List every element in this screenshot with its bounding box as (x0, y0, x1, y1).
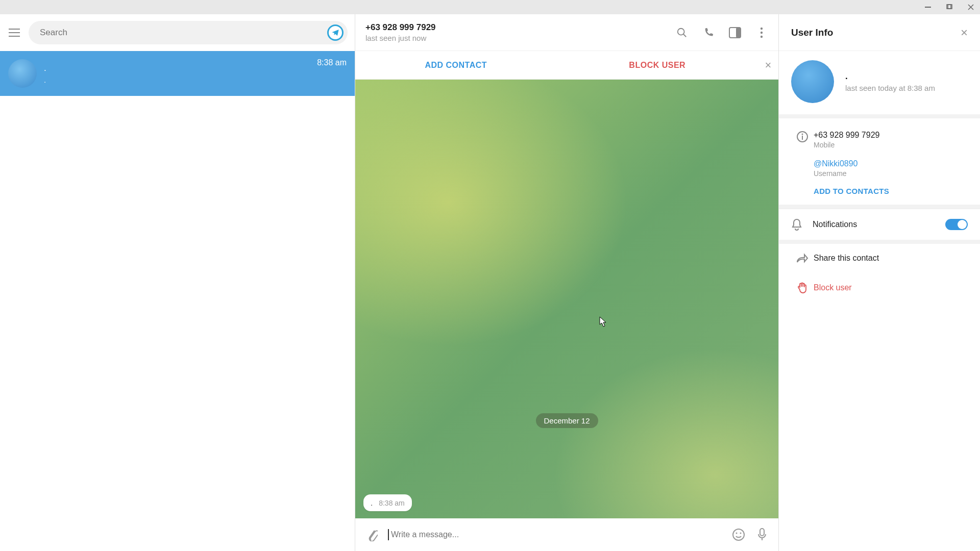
emoji-icon[interactable] (731, 528, 746, 542)
info-username-row[interactable]: @Nikki0890 Username (791, 154, 968, 183)
text-caret (388, 529, 389, 540)
svg-rect-12 (760, 529, 764, 536)
window-minimize-icon[interactable] (922, 1, 934, 13)
block-user-row[interactable]: Block user (779, 272, 980, 303)
svg-point-6 (761, 27, 763, 29)
phone-label: Mobile (814, 141, 968, 149)
chat-subtitle: last seen just now (365, 34, 675, 42)
svg-rect-0 (925, 7, 931, 8)
panel-close-icon[interactable]: × (961, 26, 968, 40)
add-contact-button[interactable]: ADD CONTACT (355, 61, 557, 70)
message-input[interactable] (391, 530, 722, 539)
share-contact-button[interactable]: Share this contact (779, 244, 980, 272)
more-icon[interactable] (755, 26, 768, 39)
svg-rect-5 (736, 28, 741, 38)
date-separator: December 12 (535, 413, 598, 428)
svg-point-7 (761, 31, 763, 33)
search-field[interactable] (29, 21, 348, 44)
telegram-logo-icon (327, 24, 344, 41)
username-label: Username (814, 169, 968, 178)
chat-item-time: 8:38 am (317, 58, 347, 67)
info-phone-row[interactable]: +63 928 999 7929 Mobile (791, 126, 968, 154)
phone-value: +63 928 999 7929 (814, 131, 968, 140)
notifications-row[interactable]: Notifications (779, 209, 980, 244)
share-label: Share this contact (814, 254, 879, 263)
add-to-contacts-button[interactable]: ADD TO CONTACTS (814, 187, 968, 195)
svg-rect-1 (947, 5, 951, 9)
username-value: @Nikki0890 (814, 159, 968, 168)
compose-bar (355, 518, 778, 551)
chat-list-item[interactable]: . . 8:38 am (0, 51, 355, 96)
user-info-panel: User Info × . last seen today at 8:38 am… (779, 14, 980, 551)
chat-title: +63 928 999 7929 (365, 22, 675, 33)
svg-point-3 (678, 28, 684, 35)
message-text: . (371, 498, 373, 507)
info-icon (791, 131, 814, 143)
contact-banner: ADD CONTACT BLOCK USER × (355, 51, 778, 80)
menu-icon[interactable] (7, 26, 21, 40)
profile-avatar[interactable] (791, 60, 834, 103)
svg-point-9 (733, 529, 744, 540)
block-user-button[interactable]: BLOCK USER (557, 61, 758, 70)
search-icon[interactable] (675, 26, 689, 39)
svg-rect-2 (948, 5, 952, 9)
attach-icon[interactable] (364, 528, 379, 542)
block-label: Block user (814, 283, 852, 292)
message-bubble[interactable]: . 8:38 am (363, 494, 412, 511)
chat-item-name: . (44, 63, 317, 73)
profile-name: . (845, 71, 935, 82)
sidebar: . . 8:38 am (0, 14, 355, 551)
svg-rect-15 (802, 136, 803, 140)
chat-pane: +63 928 999 7929 last seen just now AD (355, 14, 779, 551)
sidepanel-icon[interactable] (728, 26, 742, 39)
share-icon (791, 253, 814, 263)
notifications-toggle[interactable] (945, 219, 968, 230)
chat-item-preview: . (44, 76, 317, 84)
call-icon[interactable] (702, 26, 715, 39)
svg-point-11 (740, 533, 742, 534)
avatar (8, 59, 37, 88)
bell-icon (791, 218, 802, 231)
mouse-cursor-icon (599, 316, 606, 328)
search-input[interactable] (40, 28, 327, 38)
svg-point-10 (736, 533, 738, 534)
notifications-label: Notifications (813, 220, 945, 229)
window-titlebar (0, 0, 980, 14)
profile-header: . last seen today at 8:38 am (779, 51, 980, 118)
voice-icon[interactable] (755, 528, 769, 542)
panel-title: User Info (791, 27, 961, 38)
svg-point-8 (761, 35, 763, 37)
svg-point-14 (802, 134, 803, 135)
banner-close-icon[interactable]: × (758, 59, 778, 72)
chat-header[interactable]: +63 928 999 7929 last seen just now (355, 14, 778, 51)
window-maximize-icon[interactable] (943, 1, 955, 13)
hand-icon (791, 282, 814, 294)
chat-messages-area: December 12 . 8:38 am (355, 80, 778, 518)
profile-status: last seen today at 8:38 am (845, 84, 935, 92)
window-close-icon[interactable] (965, 1, 977, 13)
message-time: 8:38 am (379, 499, 405, 507)
